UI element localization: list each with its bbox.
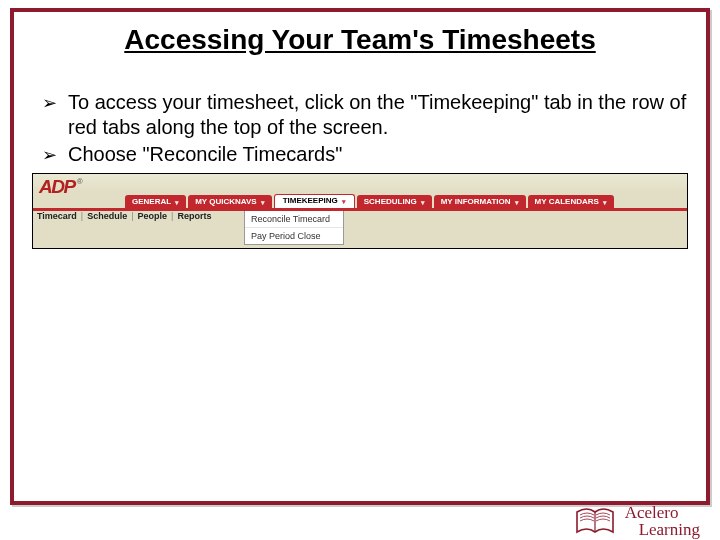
chevron-down-icon: ▾: [603, 199, 607, 206]
tab-timekeeping[interactable]: TIMEKEEPING ▾: [274, 194, 355, 208]
page-title: Accessing Your Team's Timesheets: [32, 24, 688, 56]
bullet-arrow-icon: ➢: [42, 142, 68, 167]
separator: |: [131, 211, 133, 221]
tab-label: MY INFORMATION: [441, 198, 511, 206]
adp-logo: ADP®: [39, 177, 81, 196]
embedded-screenshot: ADP® GENERAL ▾ MY QUICKNAVS ▾ TIMEKEEPIN…: [32, 173, 688, 249]
footer-line1: Acelero: [625, 504, 700, 521]
separator: |: [81, 211, 83, 221]
dropdown-item-payperiod[interactable]: Pay Period Close: [245, 228, 343, 244]
tab-label: GENERAL: [132, 198, 171, 206]
sub-nav: Timecard | Schedule | People | Reports: [37, 211, 211, 221]
adp-logo-text: ADP: [39, 177, 75, 196]
separator: |: [171, 211, 173, 221]
tab-label: TIMEKEEPING: [283, 197, 338, 205]
tab-row: GENERAL ▾ MY QUICKNAVS ▾ TIMEKEEPING ▾ S…: [125, 192, 683, 208]
tab-quicknavs[interactable]: MY QUICKNAVS ▾: [188, 195, 272, 208]
footer-line2: Learning: [625, 521, 700, 538]
chevron-down-icon: ▾: [175, 199, 179, 206]
list-item: ➢ To access your timesheet, click on the…: [42, 90, 688, 140]
chevron-down-icon: ▾: [515, 199, 519, 206]
chevron-down-icon: ▾: [261, 199, 265, 206]
bullet-text: To access your timesheet, click on the "…: [68, 90, 688, 140]
subnav-people[interactable]: People: [138, 211, 168, 221]
tab-scheduling[interactable]: SCHEDULING ▾: [357, 195, 432, 208]
subnav-reports[interactable]: Reports: [177, 211, 211, 221]
tab-label: SCHEDULING: [364, 198, 417, 206]
tab-label: MY QUICKNAVS: [195, 198, 257, 206]
slide-content: Accessing Your Team's Timesheets ➢ To ac…: [14, 12, 706, 249]
bullet-list: ➢ To access your timesheet, click on the…: [32, 90, 688, 167]
dropdown-item-reconcile[interactable]: Reconcile Timecard: [245, 211, 343, 228]
slide-frame: Accessing Your Team's Timesheets ➢ To ac…: [10, 8, 710, 505]
subnav-schedule[interactable]: Schedule: [87, 211, 127, 221]
tab-label: MY CALENDARS: [535, 198, 599, 206]
footer-logo: Acelero Learning: [573, 504, 700, 538]
tab-my-calendars[interactable]: MY CALENDARS ▾: [528, 195, 614, 208]
timekeeping-dropdown: Reconcile Timecard Pay Period Close: [244, 211, 344, 245]
list-item: ➢ Choose "Reconcile Timecards": [42, 142, 688, 167]
bullet-arrow-icon: ➢: [42, 90, 68, 140]
footer-brand: Acelero Learning: [625, 504, 700, 538]
bullet-text: Choose "Reconcile Timecards": [68, 142, 688, 167]
chevron-down-icon: ▾: [342, 198, 346, 205]
subnav-timecard[interactable]: Timecard: [37, 211, 77, 221]
tab-general[interactable]: GENERAL ▾: [125, 195, 186, 208]
book-icon: [573, 504, 617, 538]
trademark-icon: ®: [77, 178, 81, 186]
screenshot-header-bg: [33, 174, 687, 192]
tab-my-information[interactable]: MY INFORMATION ▾: [434, 195, 526, 208]
chevron-down-icon: ▾: [421, 199, 425, 206]
